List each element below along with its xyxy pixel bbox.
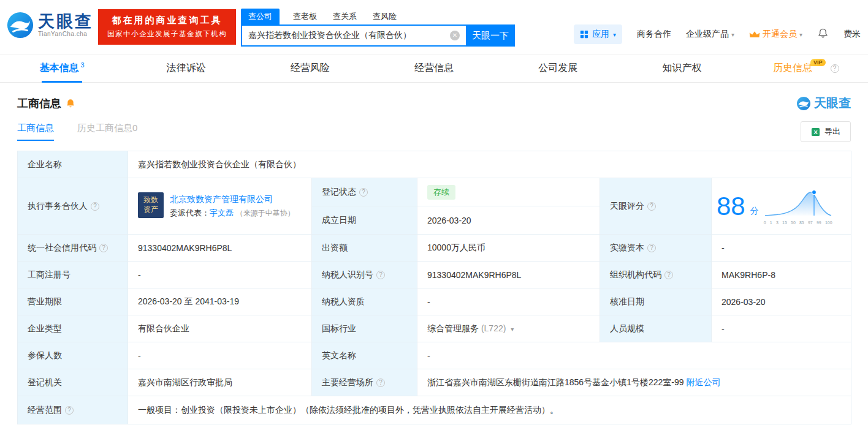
help-icon[interactable]: ? <box>647 202 656 211</box>
paid-capital-label: 实缴资本? <box>600 235 712 262</box>
help-icon[interactable]: ? <box>359 188 368 197</box>
company-section-tabs: 基本信息 3 法律诉讼 经营风险 经营信息 公司发展 知识产权 历史信息 VIP… <box>0 54 868 83</box>
app-grid-icon <box>580 30 588 39</box>
taxpayer-id-value: 91330402MAK9RH6P8L <box>417 262 600 288</box>
help-icon[interactable]: ? <box>376 378 385 387</box>
row-insured-count: 参保人数 - 英文名称 - <box>18 342 851 369</box>
header: 天眼查 TianYanCha.cha 都在用的商业查询工具 国家中小企业发展子基… <box>0 0 868 54</box>
notification-bell-icon[interactable] <box>817 28 829 41</box>
search-tab-risk[interactable]: 查风险 <box>373 11 397 24</box>
chevron-down-icon: ▾ <box>731 31 734 38</box>
user-menu[interactable]: 费米 <box>843 29 861 40</box>
search-input[interactable] <box>242 31 450 40</box>
taxpayer-id-label: 纳税人识别号? <box>312 262 417 288</box>
partner-label: 执行事务合伙人? <box>18 178 128 235</box>
insured-count-label: 参保人数 <box>18 342 128 369</box>
score-label: 天眼评分? <box>600 178 712 235</box>
reg-authority-value: 嘉兴市南湖区行政审批局 <box>128 369 312 396</box>
alert-bell-icon[interactable] <box>66 99 75 108</box>
help-icon[interactable]: ? <box>664 271 673 279</box>
section-header: 工商信息 天眼查 <box>17 95 851 111</box>
subtabs: 工商信息 历史工商信息0 <box>17 122 137 141</box>
partner-rep-link[interactable]: 宇文磊 <box>210 208 234 217</box>
nav-member-label: 开通会员 <box>763 29 797 40</box>
reg-number-value: - <box>128 262 312 288</box>
help-icon[interactable]: ? <box>647 244 656 252</box>
logo-name: 天眼查 <box>38 13 93 31</box>
row-business-term: 营业期限 2026-03-20 至 2041-03-19 纳税人资质 - 核准日… <box>18 288 851 315</box>
nearby-companies-link[interactable]: 附近公司 <box>686 377 720 387</box>
company-name-value: 嘉兴指若数创业投资合伙企业（有限合伙） <box>128 151 851 178</box>
slogan-line2: 国家中小企业发展子基金旗下机构 <box>98 29 236 39</box>
help-icon[interactable]: ? <box>99 244 108 252</box>
crown-icon <box>749 31 760 39</box>
score-cell: 88 分 01 <box>712 178 851 235</box>
section-title: 工商信息 <box>17 96 61 111</box>
premises-label: 主要经营场所? <box>312 369 417 396</box>
top-nav: 应用 ▾ 商务合作 企业级产品 ▾ 开通会员 ▾ 费米 <box>574 24 861 44</box>
help-icon[interactable]: ? <box>65 406 74 415</box>
row-credit-code: 统一社会信用代码? 91330402MAK9RH6P8L 出资额 10000万人… <box>18 235 851 262</box>
approval-date-value: 2026-03-20 <box>712 288 851 315</box>
search-tab-relation[interactable]: 查关系 <box>333 11 357 24</box>
staff-size-label: 人员规模 <box>600 315 712 342</box>
org-code-value: MAK9RH6P-8 <box>712 262 851 288</box>
tianyancha-logo-icon <box>6 11 34 39</box>
nav-business-cooperation[interactable]: 商务合作 <box>637 29 671 40</box>
paid-capital-value: - <box>712 235 851 262</box>
reg-status-value: 存续 <box>417 178 600 206</box>
chevron-down-icon: ▾ <box>799 31 802 38</box>
nav-enterprise-products[interactable]: 企业级产品 ▾ <box>686 29 734 40</box>
credit-code-label: 统一社会信用代码? <box>18 235 128 262</box>
taxpayer-quality-label: 纳税人资质 <box>312 288 417 315</box>
svg-text:X: X <box>813 129 818 135</box>
nav-enterprise-label: 企业级产品 <box>686 29 729 40</box>
tab-company-development[interactable]: 公司发展 <box>496 55 620 82</box>
export-button[interactable]: X 导出 <box>801 121 851 142</box>
search-button[interactable]: 天眼一下 <box>466 24 515 47</box>
subtab-history-business-info[interactable]: 历史工商信息0 <box>77 122 137 141</box>
establish-date-value: 2026-03-20 <box>417 206 600 235</box>
row-business-scope: 经营范围? 一般项目：创业投资（限投资未上市企业）（除依法须经批准的项目外，凭营… <box>18 396 851 424</box>
business-info-table: 企业名称 嘉兴指若数创业投资合伙企业（有限合伙） 执行事务合伙人? 致数 资产 … <box>17 151 851 424</box>
industry-code: (L722) <box>481 323 506 333</box>
apps-menu-label: 应用 <box>592 29 609 40</box>
partner-company-link[interactable]: 北京致数资产管理有限公司 <box>170 194 273 204</box>
excel-icon: X <box>811 127 820 137</box>
score-distribution-chart: 01 315 5085 9799 100 <box>764 187 834 225</box>
help-icon[interactable]: ? <box>376 271 385 279</box>
tab-legal[interactable]: 法律诉讼 <box>124 55 248 82</box>
apps-menu[interactable]: 应用 ▾ <box>574 24 622 44</box>
business-scope-label: 经营范围? <box>18 396 128 424</box>
english-name-value: - <box>417 342 851 369</box>
insured-count-value: - <box>128 342 312 369</box>
tab-operating-info[interactable]: 经营信息 <box>372 55 496 82</box>
rep-source: （来源于中基协） <box>236 209 295 217</box>
help-icon[interactable]: ? <box>831 64 839 73</box>
vip-badge: VIP <box>810 59 826 66</box>
watermark-text: 天眼查 <box>814 95 851 111</box>
export-label: 导出 <box>824 126 840 137</box>
company-type-value: 有限合伙企业 <box>128 315 312 342</box>
capital-value: 10000万人民币 <box>417 235 600 262</box>
search-tab-company[interactable]: 查公司 <box>241 9 280 24</box>
clear-icon[interactable]: ✕ <box>450 31 460 40</box>
tab-history-info[interactable]: 历史信息 VIP ? <box>744 55 868 82</box>
subtab-business-info[interactable]: 工商信息 <box>17 122 54 141</box>
nav-open-membership[interactable]: 开通会员 ▾ <box>749 29 802 40</box>
help-icon[interactable]: ? <box>91 202 99 211</box>
score-value: 88 <box>717 194 745 219</box>
tianyancha-logo[interactable]: 天眼查 TianYanCha.cha <box>6 11 93 39</box>
company-name-label: 企业名称 <box>18 151 128 178</box>
tab-operating-risk[interactable]: 经营风险 <box>248 55 372 82</box>
staff-size-value: - <box>712 315 851 342</box>
tab-intellectual-property[interactable]: 知识产权 <box>620 55 744 82</box>
search-tab-boss[interactable]: 查老板 <box>293 11 317 24</box>
partner-company-logo[interactable]: 致数 资产 <box>138 192 164 218</box>
company-type-label: 企业类型 <box>18 315 128 342</box>
business-term-value: 2026-03-20 至 2041-03-19 <box>128 288 312 315</box>
tab-basic-info[interactable]: 基本信息 3 <box>0 55 124 82</box>
industry-expand-icon[interactable]: ▾ <box>511 326 514 333</box>
reg-status-label: 登记状态? <box>312 178 417 206</box>
search-tabs: 查公司 查老板 查关系 查风险 <box>241 9 515 24</box>
